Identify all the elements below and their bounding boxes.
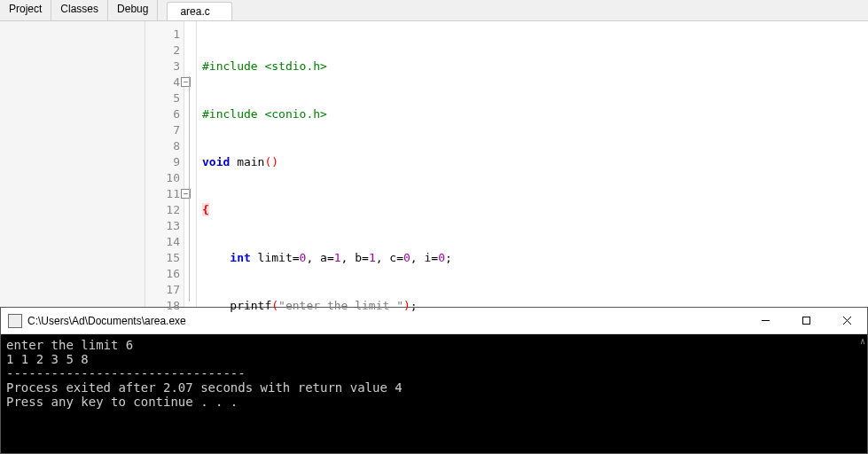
fold-column (184, 21, 197, 307)
line-number: 4− (145, 74, 180, 90)
line-number-gutter: 1 2 3 4− 5 6 7 8 9 10 11− 12 13 14 15 16… (145, 21, 184, 307)
scroll-up-icon[interactable]: ∧ (860, 336, 865, 346)
panel-tabs: Project Classes Debug (0, 0, 158, 20)
editor: 1 2 3 4− 5 6 7 8 9 10 11− 12 13 14 15 16… (0, 21, 868, 307)
line-number: 15 (145, 250, 180, 266)
console-output[interactable]: enter the limit 6 1 1 2 3 5 8 ----------… (1, 334, 867, 453)
line-number: 8 (145, 138, 180, 154)
top-bar: Project Classes Debug area.c (0, 0, 868, 21)
tab-project[interactable]: Project (0, 0, 51, 20)
line-number: 5 (145, 90, 180, 106)
line-number: 14 (145, 234, 180, 250)
app-icon (8, 314, 22, 328)
line-number: 7 (145, 122, 180, 138)
file-tab-area-c[interactable]: area.c (167, 2, 231, 20)
line-number: 13 (145, 218, 180, 234)
code-line: #include <conio.h> (202, 106, 868, 122)
code-line: { (202, 202, 868, 218)
code-line: printf("enter the limit "); (202, 298, 868, 314)
tab-classes[interactable]: Classes (51, 0, 108, 20)
code-line: int limit=0, a=1, b=1, c=0, i=0; (202, 250, 868, 266)
line-number: 11− (145, 186, 180, 202)
line-number: 12 (145, 202, 180, 218)
line-number: 1 (145, 27, 180, 43)
file-tab-area: area.c (158, 0, 868, 20)
code-line: void main() (202, 154, 868, 170)
code-line: #include <stdio.h> (202, 59, 868, 74)
code-area[interactable]: #include <stdio.h> #include <conio.h> vo… (197, 21, 868, 307)
tab-debug[interactable]: Debug (108, 0, 158, 20)
side-panel (0, 21, 145, 307)
line-number: 16 (145, 266, 180, 282)
line-number: 2 (145, 43, 180, 59)
line-number: 3 (145, 59, 180, 74)
line-number: 10 (145, 170, 180, 186)
line-number: 6 (145, 106, 180, 122)
line-number: 17 (145, 282, 180, 298)
line-number: 9 (145, 154, 180, 170)
line-number: 18 (145, 298, 180, 314)
